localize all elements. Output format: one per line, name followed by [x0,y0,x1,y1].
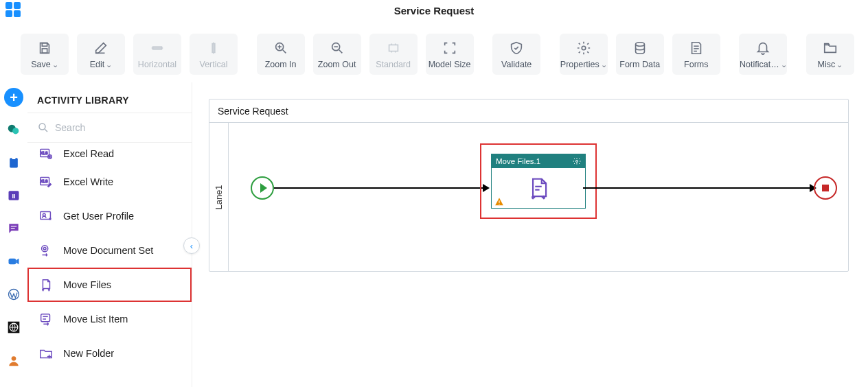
rail-clipboard-icon[interactable] [3,152,24,173]
svg-text:XLS: XLS [41,151,48,155]
svg-rect-0 [42,43,47,47]
app-launcher-icon[interactable] [5,2,22,19]
activity-item-get-user-profile[interactable]: Get User Profile [27,199,192,233]
activity-item-excel-read[interactable]: XLS Excel Read [27,143,192,165]
form-data-button[interactable]: Form Data [616,34,664,75]
chevron-down-icon: ⌄ [601,60,607,69]
model-size-label: Model Size [429,60,471,69]
notifications-button[interactable]: Notificat…⌄ [739,34,787,75]
save-button[interactable]: Save⌄ [21,34,69,75]
flow-area[interactable]: Move Files.1 [229,123,848,271]
activity-library-panel: ACTIVITY LIBRARY XLS Excel Read XLS Exce… [27,82,192,387]
svg-text:II: II [12,193,15,200]
excel-write-icon: XLS [38,174,54,189]
form-icon [689,40,704,56]
move-docset-icon [38,243,54,258]
rail-text-icon[interactable]: II [3,185,24,206]
svg-rect-1 [42,49,47,53]
toolbar: Save⌄ Edit⌄ Horizontal Vertical Zoom In … [0,21,868,82]
rail-wordpress-icon[interactable] [3,284,24,305]
forms-label: Forms [684,60,708,69]
activity-selection-highlight: Move Files.1 [480,143,597,219]
activity-item-label: Excel Read [63,148,114,159]
properties-label: Properties [560,60,599,69]
activity-item-excel-write[interactable]: XLS Excel Write [27,165,192,199]
excel-read-icon: XLS [38,146,54,161]
activity-item-move-document-set[interactable]: Move Document Set [27,233,192,268]
model-size-icon [442,40,457,56]
chevron-down-icon: ⌄ [836,60,843,69]
save-label: Save [31,60,51,69]
svg-line-7 [282,50,286,54]
play-icon [260,183,267,193]
svg-point-51 [576,161,578,163]
add-button[interactable]: + [4,88,23,107]
svg-rect-46 [41,314,50,322]
svg-point-20 [12,128,19,134]
lane-label: Lane1 [209,123,229,271]
left-rail: + II [0,82,27,387]
properties-button[interactable]: Properties⌄ [560,34,608,75]
page-title: Service Request [394,5,475,16]
edge [583,187,814,189]
edge [274,187,487,189]
chevron-down-icon: ⌄ [106,60,112,69]
canvas-area[interactable]: Service Request Lane1 Move Files.1 [192,82,868,387]
notifications-label: Notificat… [740,60,779,69]
search-input[interactable] [55,122,182,133]
rail-user-icon[interactable] [3,350,24,371]
edit-button[interactable]: Edit⌄ [77,34,125,75]
validate-icon [509,40,524,56]
svg-point-44 [42,246,48,252]
end-node[interactable] [814,176,837,200]
activity-item-label: Move List Item [63,314,128,325]
misc-button[interactable]: Misc⌄ [806,34,854,75]
move-files-large-icon [525,176,551,202]
misc-label: Misc [818,60,836,69]
folder-icon [823,40,838,56]
activity-search[interactable] [27,113,192,143]
vertical-align-icon [206,40,221,56]
svg-rect-21 [10,158,18,167]
activity-list: XLS Excel Read XLS Excel Write Get User … [27,143,192,387]
edit-icon [93,40,108,56]
model-size-button[interactable]: Model Size [426,34,474,75]
rail-chat-icon[interactable] [3,218,24,239]
activity-item-move-files[interactable]: Move Files [27,268,192,302]
rail-sharepoint-icon[interactable] [3,119,24,140]
gear-icon[interactable] [573,157,581,165]
horizontal-button: Horizontal [133,34,181,75]
forms-button[interactable]: Forms [672,34,720,75]
zoom-in-button[interactable]: Zoom In [257,34,305,75]
activity-item-label: Excel Write [63,176,113,187]
rail-video-icon[interactable] [3,251,24,272]
start-node[interactable] [251,176,274,200]
horizontal-label: Horizontal [138,60,176,69]
svg-rect-52 [499,200,499,203]
svg-rect-13 [389,45,398,51]
lane: Lane1 Move Files.1 [209,123,848,271]
standard-zoom-label: Standard [376,60,411,69]
activity-library-title: ACTIVITY LIBRARY [27,82,192,113]
activity-item-label: Move Files [63,279,111,290]
activity-node-move-files[interactable]: Move Files.1 [491,154,586,209]
user-profile-icon [38,209,54,224]
activity-title: Move Files.1 [496,157,540,165]
activity-item-move-list-item[interactable]: Move List Item [27,302,192,336]
database-icon [632,40,648,56]
warning-icon [494,197,504,207]
activity-item-label: New Folder [63,348,114,359]
rail-globe-icon[interactable] [3,317,24,338]
process-canvas: Service Request Lane1 Move Files.1 [209,99,849,272]
zoom-in-label: Zoom In [265,60,297,69]
bell-icon [755,40,770,56]
zoom-out-button[interactable]: Zoom Out [313,34,361,75]
move-listitem-icon [38,312,54,327]
svg-point-31 [12,356,16,361]
chevron-down-icon: ⌄ [52,60,58,69]
svg-rect-27 [9,259,16,264]
validate-button[interactable]: Validate [492,34,540,75]
svg-line-11 [339,50,342,54]
activity-item-new-folder[interactable]: New Folder [27,336,192,371]
svg-point-45 [43,247,46,250]
